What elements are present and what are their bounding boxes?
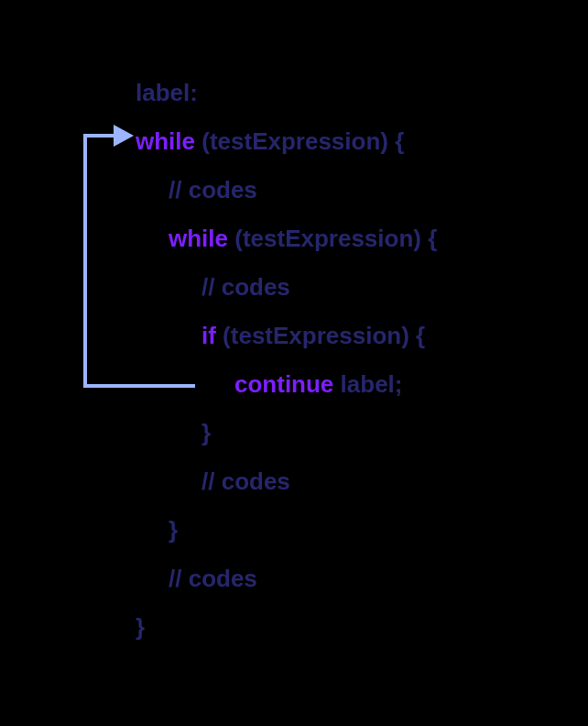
line-comment-2: // codes <box>136 263 437 312</box>
text-label: label: <box>136 79 198 106</box>
text-brace: } <box>201 419 211 446</box>
svg-marker-0 <box>114 125 134 147</box>
text-while-expr: (testExpression) { <box>201 127 404 155</box>
kw-while: while <box>169 225 234 252</box>
text-comment: // codes <box>201 273 290 301</box>
line-comment-1: // codes <box>136 166 437 214</box>
kw-if: if <box>201 322 223 349</box>
text-if-expr: (testExpression) { <box>223 322 425 349</box>
line-label: label: <box>136 69 437 117</box>
code-block: label: while (testExpression) { // codes… <box>136 69 437 652</box>
line-if: if (testExpression) { <box>136 312 437 360</box>
text-brace: } <box>136 613 145 641</box>
line-inner-while: while (testExpression) { <box>136 214 437 263</box>
kw-continue: continue <box>234 370 341 398</box>
line-outer-while: while (testExpression) { <box>136 117 437 166</box>
kw-while: while <box>136 127 201 155</box>
text-comment: // codes <box>169 176 257 204</box>
text-comment: // codes <box>169 565 257 592</box>
line-close-inner-while: } <box>136 506 437 555</box>
line-comment-3: // codes <box>136 457 437 506</box>
text-while-expr: (testExpression) { <box>234 225 437 252</box>
line-comment-4: // codes <box>136 555 437 603</box>
line-close-outer-while: } <box>136 603 437 652</box>
text-brace: } <box>169 516 178 544</box>
text-comment: // codes <box>201 468 290 495</box>
line-close-if: } <box>136 409 437 457</box>
line-continue: continue label; <box>136 360 437 409</box>
text-continue-label: label; <box>341 370 403 398</box>
